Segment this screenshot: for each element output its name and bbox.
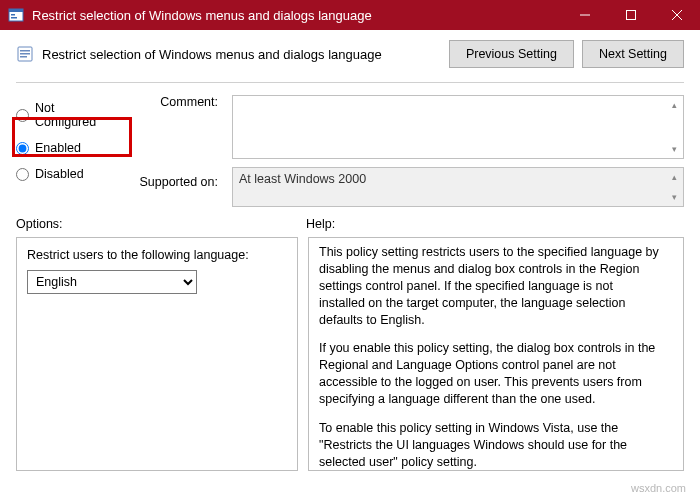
- scroll-up-icon[interactable]: ▴: [667, 170, 681, 184]
- policy-icon: [16, 45, 34, 63]
- previous-setting-button[interactable]: Previous Setting: [449, 40, 574, 68]
- title-bar: Restrict selection of Windows menus and …: [0, 0, 700, 30]
- language-select[interactable]: English: [27, 270, 197, 294]
- scroll-down-icon[interactable]: ▾: [667, 142, 681, 156]
- divider: [16, 82, 684, 83]
- help-heading: Help:: [306, 217, 335, 231]
- supported-on-box: At least Windows 2000 ▴ ▾: [232, 167, 684, 207]
- svg-rect-9: [20, 50, 30, 52]
- state-radio-group: Not Configured Enabled Disabled: [16, 95, 118, 193]
- comment-scroll: ▴ ▾: [667, 98, 681, 156]
- options-panel: Restrict users to the following language…: [16, 237, 298, 471]
- help-text-scroll[interactable]: This policy setting restricts users to t…: [309, 238, 683, 470]
- help-paragraph: If you enable this policy setting, the d…: [319, 340, 661, 408]
- help-paragraph: This policy setting restricts users to t…: [319, 244, 661, 328]
- svg-rect-3: [11, 17, 17, 19]
- field-labels: Comment: Supported on:: [132, 95, 218, 189]
- radio-label: Disabled: [35, 167, 84, 181]
- help-panel: This policy setting restricts users to t…: [308, 237, 684, 471]
- svg-rect-2: [11, 14, 15, 16]
- header-row: Restrict selection of Windows menus and …: [0, 30, 700, 78]
- radio-enabled-input[interactable]: [16, 142, 29, 155]
- radio-disabled-input[interactable]: [16, 168, 29, 181]
- next-setting-button[interactable]: Next Setting: [582, 40, 684, 68]
- radio-not-configured[interactable]: Not Configured: [16, 101, 118, 129]
- radio-label: Enabled: [35, 141, 81, 155]
- policy-title: Restrict selection of Windows menus and …: [42, 47, 441, 62]
- field-values: ▴ ▾ At least Windows 2000 ▴ ▾: [232, 95, 684, 207]
- svg-rect-1: [9, 9, 23, 12]
- window-title: Restrict selection of Windows menus and …: [32, 8, 562, 23]
- watermark: wsxdn.com: [631, 482, 686, 494]
- options-heading: Options:: [16, 217, 306, 231]
- help-paragraph: To enable this policy setting in Windows…: [319, 420, 661, 470]
- app-icon: [8, 7, 24, 23]
- maximize-button[interactable]: [608, 0, 654, 30]
- svg-rect-5: [627, 11, 636, 20]
- comment-label: Comment:: [132, 95, 218, 167]
- radio-not-configured-input[interactable]: [16, 109, 29, 122]
- supported-label: Supported on:: [132, 175, 218, 189]
- close-button[interactable]: [654, 0, 700, 30]
- state-section: Not Configured Enabled Disabled Comment:…: [0, 89, 700, 215]
- minimize-button[interactable]: [562, 0, 608, 30]
- window-controls: [562, 0, 700, 30]
- svg-rect-11: [20, 56, 27, 58]
- radio-enabled[interactable]: Enabled: [16, 141, 118, 155]
- supported-value: At least Windows 2000: [233, 168, 683, 190]
- restrict-language-label: Restrict users to the following language…: [27, 248, 287, 262]
- comment-textarea[interactable]: ▴ ▾: [232, 95, 684, 159]
- radio-label: Not Configured: [35, 101, 118, 129]
- svg-rect-10: [20, 53, 30, 55]
- scroll-up-icon[interactable]: ▴: [667, 98, 681, 112]
- comment-value: [233, 96, 683, 104]
- lower-panels: Restrict users to the following language…: [0, 237, 700, 483]
- scroll-down-icon[interactable]: ▾: [667, 190, 681, 204]
- supported-scroll: ▴ ▾: [667, 170, 681, 204]
- section-labels: Options: Help:: [0, 215, 700, 237]
- radio-disabled[interactable]: Disabled: [16, 167, 118, 181]
